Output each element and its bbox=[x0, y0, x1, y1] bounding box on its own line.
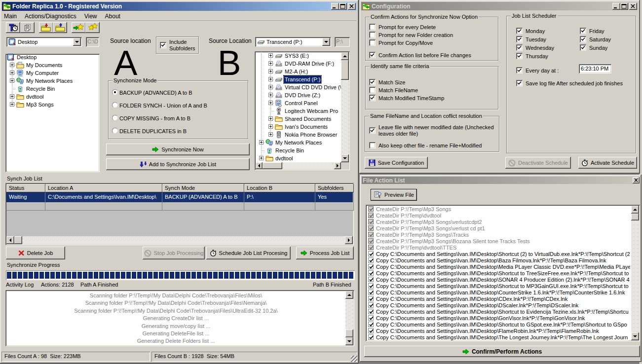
tree-item-m2-a-h-[interactable]: M2-A (H:) bbox=[256, 68, 341, 75]
confirm-option-checkbox[interactable] bbox=[369, 52, 376, 58]
tree-item-nokia-phone-browser[interactable]: Nokia Phone Browser bbox=[256, 131, 341, 139]
file-action-checkbox[interactable] bbox=[368, 264, 374, 269]
tree-item-virtual-cd-dvd-drive-[interactable]: Virtual CD DVD Drive (\ bbox=[256, 83, 341, 91]
maximize-button[interactable] bbox=[620, 3, 628, 10]
minimize-button[interactable] bbox=[331, 3, 339, 10]
expand-box[interactable] bbox=[268, 101, 273, 105]
day-checkbox-monday[interactable] bbox=[516, 28, 523, 34]
file-action-checkbox[interactable] bbox=[368, 277, 374, 282]
tree-b-hscrollbar[interactable] bbox=[256, 162, 341, 169]
grid-column-header-status[interactable]: Status bbox=[6, 184, 45, 192]
grid-column-header-synch-mode[interactable]: Synch Mode bbox=[162, 184, 244, 192]
main-title-bar[interactable]: Folder Replica 1.0 - Registered Version bbox=[2, 2, 357, 11]
scroll-down-button[interactable] bbox=[345, 337, 353, 345]
scroll-up-button[interactable] bbox=[341, 52, 349, 60]
menu-item-about[interactable]: About bbox=[101, 11, 124, 22]
resize-grip[interactable] bbox=[351, 356, 357, 362]
confirm-option-checkbox[interactable] bbox=[369, 39, 376, 46]
tree-item-dvdtool[interactable]: dvdtool bbox=[256, 154, 341, 162]
file-action-item-copy[interactable]: Copy C:\Documents and Settings\Ivan.IM\D… bbox=[367, 308, 630, 315]
identify-option-checkbox[interactable] bbox=[369, 95, 376, 101]
preview-file-button[interactable]: Preview File bbox=[371, 189, 417, 201]
scroll-down-button[interactable] bbox=[341, 154, 349, 162]
file-action-item-copy[interactable]: Copy C:\Documents and Settings\Ivan.IM\D… bbox=[367, 276, 630, 283]
file-action-item-copy[interactable]: Copy C:\Documents and Settings\Ivan.IM\D… bbox=[367, 334, 630, 340]
tree-item-ivan-s-documents[interactable]: Ivan's Documents bbox=[256, 123, 341, 131]
expand-box[interactable] bbox=[268, 93, 273, 97]
file-action-item-copy[interactable]: Copy C:\Documents and Settings\Ivan.IM\D… bbox=[367, 315, 630, 321]
scroll-thumb[interactable] bbox=[14, 236, 22, 244]
hammer-stopwatch-button[interactable] bbox=[6, 22, 20, 33]
expand-box[interactable] bbox=[259, 156, 264, 160]
tree-item-my-network-places[interactable]: My Network Places bbox=[6, 77, 98, 85]
close-button[interactable] bbox=[348, 3, 356, 10]
file-action-item-createdir[interactable]: CreateDir P:\!Temp\Mp3 Songs bbox=[367, 206, 630, 212]
scroll-thumb[interactable] bbox=[345, 329, 353, 337]
tree-item-dvdtool[interactable]: dvdtool bbox=[6, 93, 98, 101]
two-stars-button[interactable] bbox=[85, 22, 100, 33]
job-list-grid[interactable]: StatusLocation ASynch ModeLocation BSubf… bbox=[5, 183, 354, 245]
confirm-perform-actions-button[interactable]: Confirm/Perform Actions bbox=[364, 346, 640, 357]
sync-mode-radio-0[interactable] bbox=[112, 89, 118, 95]
schedule-time-field[interactable]: 6:23:10 PM bbox=[579, 64, 611, 73]
tree-item-my-documents[interactable]: My Documents bbox=[6, 61, 98, 69]
expand-box[interactable] bbox=[10, 63, 14, 67]
scroll-left-button[interactable] bbox=[6, 236, 14, 244]
file-action-checkbox[interactable] bbox=[368, 334, 374, 340]
source-a-path-field[interactable]: C:\D bbox=[86, 37, 99, 47]
file-action-checkbox[interactable] bbox=[368, 245, 374, 250]
process-job-list-button[interactable]: Process Job List bbox=[296, 247, 354, 259]
tree-b-vscrollbar[interactable] bbox=[341, 52, 349, 162]
file-action-checkbox[interactable] bbox=[368, 206, 374, 212]
file-action-checkbox[interactable] bbox=[368, 283, 374, 289]
day-checkbox-saturday[interactable] bbox=[580, 36, 586, 42]
stop-job-processing-button[interactable]: Stop Job Processing bbox=[143, 247, 205, 259]
file-action-checkbox[interactable] bbox=[368, 328, 374, 333]
scroll-thumb[interactable] bbox=[263, 162, 282, 169]
file-action-checkbox[interactable] bbox=[368, 257, 374, 263]
file-action-item-copy[interactable]: Copy C:\Documents and Settings\Ivan.IM\D… bbox=[367, 321, 630, 328]
expand-box[interactable] bbox=[268, 85, 273, 89]
fal-vscrollbar[interactable] bbox=[631, 206, 639, 340]
activate-schedule-button[interactable]: Activate Schedule bbox=[578, 157, 637, 169]
close-button[interactable] bbox=[633, 177, 640, 183]
menu-item-actions-diagnostics[interactable]: Actions/Diagnostics bbox=[21, 11, 80, 22]
tree-item-shared-documents[interactable]: Shared Documents bbox=[256, 115, 341, 123]
scroll-right-button[interactable] bbox=[345, 236, 353, 244]
tree-item-control-panel[interactable]: Control Panel bbox=[256, 99, 341, 107]
tree-item-dvd-drive-z-[interactable]: DVD Drive (Z:) bbox=[256, 91, 341, 99]
file-action-checkbox[interactable] bbox=[368, 232, 374, 237]
source-a-combo-arrow[interactable] bbox=[73, 38, 81, 46]
arrow-to-star-button[interactable] bbox=[72, 22, 86, 33]
close-button[interactable] bbox=[629, 3, 637, 10]
day-checkbox-friday[interactable] bbox=[580, 28, 586, 34]
expand-box[interactable] bbox=[268, 69, 273, 73]
expand-box[interactable] bbox=[268, 77, 273, 81]
scroll-up-button[interactable] bbox=[345, 291, 353, 299]
expand-box[interactable] bbox=[268, 61, 273, 66]
menu-item-view[interactable]: View bbox=[80, 11, 101, 22]
source-b-combo-arrow[interactable] bbox=[322, 38, 330, 46]
tree-item-transcend-p-[interactable]: Transcend (P:) bbox=[256, 75, 341, 83]
day-checkbox-tuesday[interactable] bbox=[516, 36, 523, 42]
conflict-option-checkbox[interactable] bbox=[369, 142, 376, 148]
tree-item-recycle-bin[interactable]: Recycle Bin bbox=[6, 85, 98, 93]
identify-option-checkbox[interactable] bbox=[369, 79, 376, 85]
source-b-tree[interactable]: SYS3 (E:)DVD-RAM Drive (F:)M2-A (H:)Tran… bbox=[255, 51, 350, 170]
file-action-item-copy[interactable]: Copy C:\Documents and Settings\Ivan.IM\D… bbox=[367, 251, 630, 257]
file-action-item-copy[interactable]: Copy C:\Documents and Settings\Ivan.IM\D… bbox=[367, 263, 630, 270]
file-action-checkbox[interactable] bbox=[368, 219, 374, 224]
expand-box[interactable] bbox=[10, 94, 14, 99]
grid-column-header-location-a[interactable]: Location A bbox=[45, 184, 162, 192]
file-action-item-createdir[interactable]: CreateDir P:\!Temp\Mp3 Songs\verlust cd … bbox=[367, 225, 630, 231]
include-subfolders-checkbox[interactable] bbox=[160, 42, 166, 48]
scroll-up-button[interactable] bbox=[631, 206, 639, 214]
file-action-item-copy[interactable]: Copy C:\Documents and Settings\Ivan.IM\D… bbox=[367, 257, 630, 263]
tree-item-recycle-bin[interactable]: Recycle Bin bbox=[256, 146, 341, 154]
file-action-checkbox[interactable] bbox=[368, 251, 374, 256]
tree-item-mp3-songs[interactable]: Mp3 Songs bbox=[6, 101, 98, 109]
grid-column-header-subfolders[interactable]: Subfolders bbox=[315, 184, 354, 192]
config-title-bar[interactable]: Configuration bbox=[361, 2, 638, 10]
tree-item-sys3-e-[interactable]: SYS3 (E:) bbox=[256, 52, 341, 60]
save-configuration-button[interactable]: Save Configuration bbox=[365, 157, 428, 169]
